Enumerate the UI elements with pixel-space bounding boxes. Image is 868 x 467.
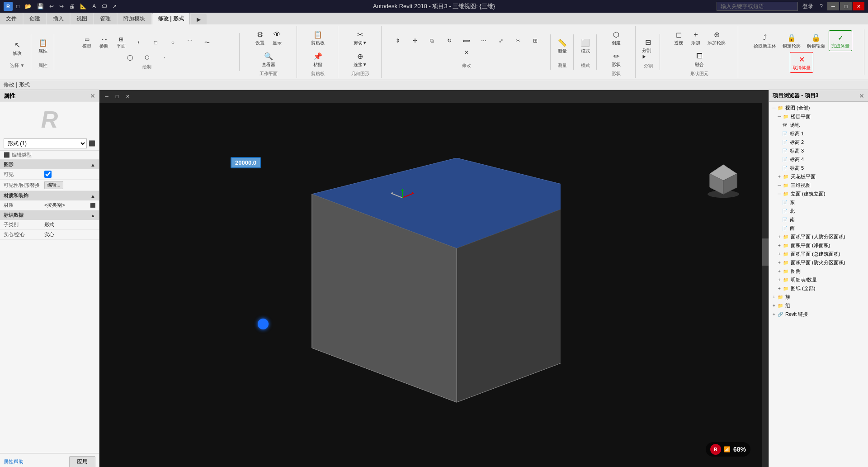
paste-btn[interactable]: 📌 粘贴 [310,49,326,70]
pb-item-level4[interactable]: 📄 标高 4 [769,155,868,164]
transparent-btn[interactable]: ◻ 透视 [670,27,687,48]
pb-item-sheets[interactable]: + 📁 图纸 (全部) [769,284,868,293]
help-btn[interactable]: ? [818,2,825,10]
finish-mass-btn[interactable]: ✓ 完成体量 [829,30,852,51]
model-btn[interactable]: ▭ 模型 [79,34,95,51]
expand-area-civil[interactable]: + [776,234,783,240]
show-btn[interactable]: 👁 显示 [269,27,285,48]
create-shape-btn[interactable]: ⬡ 创建 [608,27,624,48]
circle-btn[interactable]: ○ [165,37,181,48]
scale-btn[interactable]: ⤢ [493,35,509,46]
fusion-btn[interactable]: ⧠ 融合 [691,49,708,70]
offset-btn[interactable]: ⊞ [527,35,543,46]
pb-item-ceiling-plans[interactable]: + 📁 天花板平面 [769,172,868,181]
join-btn[interactable]: ⊕ 连接▼ [351,49,370,70]
pt-btn[interactable]: · [156,52,172,63]
delete-btn[interactable]: ✕ [458,47,475,58]
viewport-max-btn[interactable]: □ [114,93,121,100]
edit-contour-btn[interactable]: ✏ 形状 [608,49,624,70]
props-btn[interactable]: 📋 属性 [35,35,51,56]
viewport-min-btn[interactable]: ─ [103,93,110,100]
pb-item-elevations[interactable]: ─ 📁 立面 (建筑立面) [769,190,868,198]
tag-btn[interactable]: 🏷 [99,2,108,10]
pb-item-revit-links[interactable]: + 🔗 Revit 链接 [769,310,868,319]
pb-item-area-net[interactable]: + 📁 面积平面 (净面积) [769,241,868,250]
viewer-btn[interactable]: 🔍 查看器 [259,49,278,70]
section-header-identity[interactable]: 标识数据 ▲ [0,210,99,220]
pb-item-north[interactable]: 📄 北 [769,207,868,215]
pb-item-area-total[interactable]: + 📁 面积平面 (总建筑面积) [769,250,868,258]
save-btn[interactable]: 💾 [35,2,46,10]
viewport-close-btn[interactable]: ✕ [124,93,132,100]
login-btn[interactable]: 登录 [801,2,815,11]
redo-btn[interactable]: ↪ [57,2,66,10]
type-edit-row[interactable]: ⬛ 编辑类型 [0,151,99,160]
pb-item-groups[interactable]: + 📁 组 [769,301,868,310]
measure-tool-btn[interactable]: 📏 测量 [554,35,571,56]
properties-close-btn[interactable]: ✕ [90,92,95,100]
expand-views-all[interactable]: ─ [771,105,777,111]
navigation-cube[interactable] [705,162,741,199]
expand-legend[interactable]: + [776,268,783,275]
expand-groups[interactable]: + [771,303,777,309]
visibility-edit-btn[interactable]: 编辑... [44,181,63,189]
rotate-btn[interactable]: ↻ [441,35,458,46]
poly-btn[interactable]: ⬡ [139,52,155,63]
tab-manage[interactable]: 管理 [94,13,117,24]
expand-area-fire[interactable]: + [776,260,783,266]
pick-new-host-btn[interactable]: ⤴ 拾取新主体 [751,30,779,51]
pb-item-level1[interactable]: 📄 标高 1 [769,129,868,138]
tab-insert[interactable]: 插入 [47,13,70,24]
pb-item-level5[interactable]: 📄 标高 5 [769,164,868,172]
expand-3d[interactable]: ─ [776,182,783,189]
set-btn[interactable]: ⚙ 设置 [252,27,268,48]
mode-btn[interactable]: ⬜ 模式 [577,35,594,56]
expand-families[interactable]: + [771,294,777,300]
tab-file[interactable]: 文件 [0,13,23,24]
plane-btn[interactable]: ⊞ 平面 [113,34,129,51]
cut-geom-btn[interactable]: ✂ 剪切▼ [351,27,370,48]
tab-create[interactable]: 创建 [24,13,46,24]
visible-checkbox[interactable] [44,171,52,178]
tab-extra[interactable]: ▶ [191,14,207,24]
expand-sheets[interactable]: + [776,286,783,292]
pb-item-east[interactable]: 📄 东 [769,198,868,207]
pb-item-south[interactable]: 📄 南 [769,215,868,224]
pb-item-3d-views[interactable]: ─ 📁 三维视图 [769,181,868,190]
maximize-btn[interactable]: □ [840,2,852,10]
open-btn[interactable]: 📂 [23,2,33,10]
pb-item-legend[interactable]: + 📁 图例 [769,267,868,276]
pb-item-west[interactable]: 📄 西 [769,224,868,233]
ref-btn[interactable]: - - 参照 [96,34,112,51]
material-picker-icon[interactable]: ⬛ [90,203,95,208]
search-input[interactable] [717,2,798,11]
align-btn[interactable]: ⇕ [390,35,406,46]
viewport-scrollbar-thumb[interactable] [762,238,769,266]
project-browser-close-btn[interactable]: ✕ [859,92,864,100]
pb-item-views-all[interactable]: ─ 📁 视图 (全部) [769,104,868,112]
type-edit-label[interactable]: 编辑类型 [12,152,32,158]
dimension-input[interactable]: 20000.0 [231,157,261,168]
lock-contour-btn[interactable]: 🔒 锁定轮廓 [780,30,803,51]
measure-btn[interactable]: 📐 [78,2,89,10]
add-edge-btn[interactable]: ＋ 添加 [688,27,704,48]
expand-area-net[interactable]: + [776,243,783,249]
pb-item-schedules[interactable]: + 📁 明细表/数量 [769,276,868,284]
properties-help-link[interactable]: 属性帮助 [4,458,24,465]
expand-schedules[interactable]: + [776,277,783,283]
pb-item-level2[interactable]: 📄 标高 2 [769,138,868,147]
line-btn[interactable]: / [130,37,146,48]
spline-btn[interactable]: 〜 [199,37,215,48]
expand-area-total[interactable]: + [776,251,783,257]
section-header-material[interactable]: 材质和装饰 ▲ [0,191,99,200]
expand-elevations[interactable]: ─ [776,191,783,197]
type-selector-dropdown[interactable]: 形式 (1) [4,138,87,148]
pb-item-level3[interactable]: 📄 标高 3 [769,147,868,155]
divide-btn[interactable]: ⊟ 分割▶ [639,35,657,62]
pb-item-families[interactable]: + 📁 族 [769,293,868,301]
text-btn[interactable]: A [90,2,98,10]
minimize-btn[interactable]: ─ [827,2,839,10]
arrow-btn[interactable]: ↗ [110,2,118,10]
new-btn[interactable]: □ [14,2,21,10]
cancel-mass-btn[interactable]: ✕ 取消体量 [790,52,813,73]
